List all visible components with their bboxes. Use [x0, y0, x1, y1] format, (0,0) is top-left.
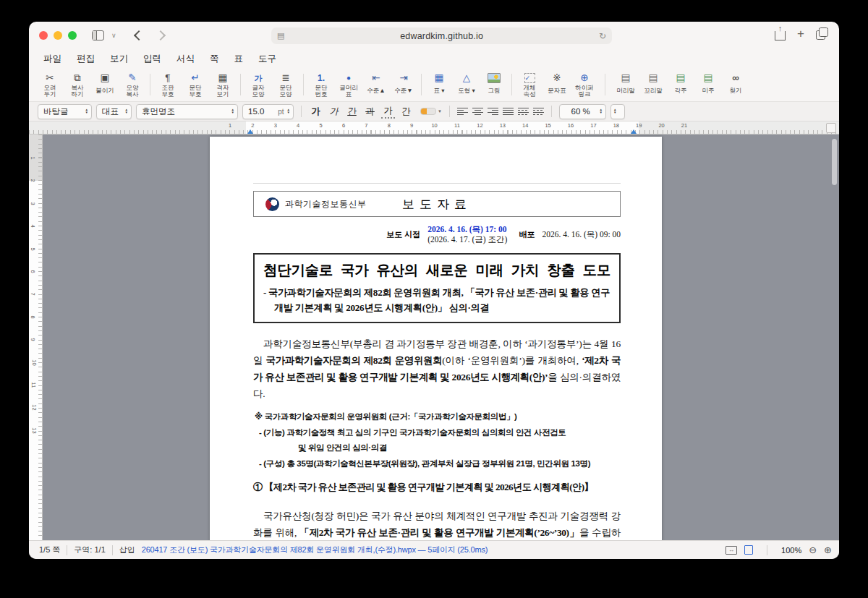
press-release-header-table[interactable]: 과학기술정보통신부 보도자료 [253, 191, 621, 217]
para-shape-label: 문단 모양 [280, 85, 292, 98]
char-shape-button[interactable]: 가글자 모양 [244, 72, 272, 98]
level-up-button[interactable]: ⇤수준▲ [362, 72, 390, 98]
italic-button[interactable]: 가 [327, 106, 341, 118]
note-line: ※ 국가과학기술자문회의 운영위원회 (근거:「국가과학기술자문회의법」) [253, 409, 621, 425]
chevron-down-icon[interactable]: ∨ [111, 32, 116, 39]
url-text[interactable]: edwardkim.github.io [284, 31, 599, 41]
endnote-button[interactable]: ▤미주 [694, 72, 722, 98]
rep-font-select[interactable]: 대표▲▼ [96, 104, 132, 119]
reader-icon[interactable]: ▤ [277, 31, 284, 40]
sidebar-toggle-button[interactable] [90, 27, 106, 43]
insert-shape-button[interactable]: △도형 ▾ [453, 72, 480, 98]
reload-icon[interactable]: ↻ [599, 31, 606, 41]
menu-view[interactable]: 보기 [110, 53, 128, 65]
menu-file[interactable]: 파일 [43, 53, 61, 65]
open-file-name[interactable]: 260417 조간 (보도) 국가과학기술자문회의 제82회 운영위원회 개최,… [142, 544, 488, 555]
menu-page[interactable]: 쪽 [210, 53, 219, 65]
align-left-button[interactable] [457, 108, 468, 116]
ruler-toggle-button[interactable] [826, 123, 836, 133]
align-right-button[interactable] [488, 108, 498, 116]
zoom-out-icon[interactable]: ⊖ [809, 544, 817, 555]
insert-picture-button[interactable]: 그림 [480, 72, 508, 98]
menu-format[interactable]: 서식 [176, 53, 195, 65]
hyperlink-button[interactable]: ⊕하이퍼 링크 [571, 72, 598, 98]
tab-overview-icon[interactable] [816, 30, 825, 40]
para-numbering-button[interactable]: 1.문단 번호 [307, 72, 335, 98]
paste-button[interactable]: ▣붙이기 [91, 72, 119, 98]
left-margin-marker[interactable] [247, 129, 253, 134]
toolbar-separator [240, 74, 241, 95]
line-spacing-button[interactable] [533, 108, 544, 116]
format-painter-button[interactable]: ✎모양 복사 [119, 72, 146, 98]
ruler-ticks [29, 130, 839, 134]
right-margin-marker[interactable] [631, 129, 637, 134]
close-window-button[interactable] [39, 31, 48, 40]
cut-button[interactable]: ✂오려 두기 [36, 72, 64, 98]
vertical-ruler[interactable]: 12345678910111213 [29, 134, 43, 540]
body-paragraph-1[interactable]: 과학기술정보통신부(부총리 겸 과기정통부 장관 배경훈, 이하 ‘과기정통부’… [253, 336, 621, 402]
ruler-ticks [38, 134, 42, 540]
level-up-label: 수준▲ [367, 85, 385, 98]
level-down-button[interactable]: ⇥수준▼ [390, 72, 417, 98]
align-center-button[interactable] [472, 108, 483, 116]
vertical-scrollbar[interactable] [832, 139, 837, 185]
char-shape-icon: 가 [255, 72, 263, 84]
char-decoration-button[interactable]: 가 [381, 105, 395, 119]
fit-page-button[interactable] [744, 545, 753, 555]
align-justify-button[interactable] [503, 108, 514, 116]
zoom-window-button[interactable] [68, 31, 77, 40]
new-tab-icon[interactable]: + [797, 27, 804, 40]
body-paragraph-2[interactable]: 국가유산청(청장 허민)은 국가 유산 분야의 체계적인 연구개발 추진과 기술… [253, 508, 621, 540]
para-shape-button[interactable]: ≣문단 모양 [272, 72, 299, 98]
header-icon: ▤ [621, 72, 631, 84]
control-marks-button[interactable]: ¶조판 부호 [154, 72, 182, 98]
strikethrough-button[interactable]: 과 [363, 106, 377, 118]
grid-view-button[interactable]: ▦격자 보기 [209, 72, 237, 98]
release-time-label: 보도 시점 [386, 229, 420, 240]
footnote-button[interactable]: ▤각주 [667, 72, 694, 98]
toolbar-separator [303, 74, 304, 95]
status-separator [112, 545, 113, 555]
character-map-button[interactable]: ※문자표 [543, 72, 571, 98]
header-button[interactable]: ▤머리말 [612, 72, 639, 98]
highlight-color-button[interactable]: ▼ [420, 108, 442, 115]
menu-tools[interactable]: 도구 [258, 53, 276, 65]
zoom-in-icon[interactable]: ⊕ [824, 544, 832, 555]
reference-note-block[interactable]: ※ 국가과학기술자문회의 운영위원회 (근거:「국가과학기술자문회의법」) - … [253, 409, 621, 471]
copy-button[interactable]: ⧉복사 하기 [64, 72, 91, 98]
object-properties-button[interactable]: ✓개체 속성 [516, 72, 543, 98]
menu-edit[interactable]: 편집 [77, 53, 95, 65]
find-label: 찾기 [730, 85, 742, 98]
underline-button[interactable]: 간 [345, 106, 359, 118]
headline-box[interactable]: 첨단기술로 국가 유산의 새로운 미래 가치 창출 도모 - 국가과학기술자문회… [253, 253, 621, 323]
address-bar[interactable]: ▤ edwardkim.github.io ↻ [271, 27, 612, 44]
zoom-select[interactable]: 60 %▲▼ [559, 104, 606, 119]
font-size-input[interactable]: 15.0pt▲▼ [242, 104, 294, 119]
font-select[interactable]: 휴먼명조▲▼ [136, 104, 238, 119]
back-icon [134, 30, 144, 40]
zoom-stepper[interactable]: ▲▼ [610, 104, 625, 119]
pilcrow-icon: ¶ [165, 72, 170, 84]
char-spacing-button[interactable]: 간 [399, 106, 413, 118]
document-page[interactable]: 과학기술정보통신부 보도자료 보도 시점 2026. 4. 16. (목) 17… [210, 137, 662, 540]
menu-table[interactable]: 표 [234, 53, 244, 65]
bullet-button[interactable]: ●글머리 표 [335, 72, 362, 98]
header-label: 머리말 [616, 85, 635, 98]
style-select[interactable]: 바탕글▲▼ [38, 104, 92, 119]
footer-button[interactable]: ▤꼬리말 [639, 72, 667, 98]
find-button[interactable]: ∞찾기 [722, 72, 749, 98]
paragraph-marks-button[interactable]: ↵문단 부호 [182, 72, 209, 98]
share-icon[interactable] [775, 31, 786, 40]
dropdown-arrows-icon: ▲▼ [85, 108, 88, 115]
forward-button[interactable] [153, 27, 169, 43]
bold-button[interactable]: 가 [309, 106, 323, 118]
horizontal-ruler[interactable]: 123456789101112131415161718192021 [29, 121, 839, 134]
document-type: 보도자료 [254, 196, 620, 213]
menu-input[interactable]: 입력 [143, 53, 161, 65]
back-button[interactable] [131, 27, 147, 43]
fit-width-button[interactable]: ↔ [726, 546, 737, 555]
endnote-label: 미주 [702, 85, 715, 98]
insert-table-button[interactable]: ▦표 ▾ [425, 72, 453, 98]
distribute-button[interactable] [518, 108, 529, 116]
minimize-window-button[interactable] [54, 31, 62, 40]
